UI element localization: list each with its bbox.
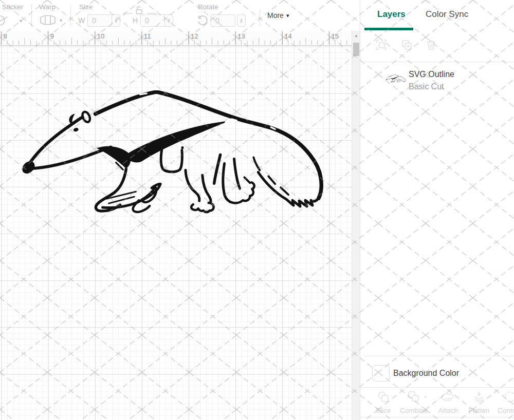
layer-thumbnail (386, 74, 406, 83)
edit-toolbar: Sticker ▾ Warp ▾ Size W (0, 0, 360, 31)
panel-divider (360, 387, 514, 388)
sticker-offset-icon[interactable] (0, 14, 8, 27)
svg-text:10: 10 (97, 32, 104, 40)
chevron-down-icon[interactable]: ▾ (60, 17, 62, 23)
vertical-scrollbar[interactable]: ▲ (352, 31, 360, 420)
warp-label: Warp (39, 3, 56, 11)
width-label: W (78, 16, 85, 25)
horizontal-ruler: 89101112131415 (0, 31, 352, 46)
svg-text:14: 14 (284, 32, 291, 40)
design-app: Sticker ▾ Warp ▾ Size W (0, 0, 514, 420)
height-stepper[interactable]: ▲ ▼ (164, 15, 173, 26)
height-label: H (133, 16, 138, 25)
design-canvas[interactable] (0, 46, 352, 420)
svg-text:11: 11 (144, 32, 151, 40)
svg-text:13: 13 (237, 32, 245, 40)
warp-mesh-icon[interactable] (39, 14, 57, 26)
rotate-label: Rotate (198, 3, 218, 11)
chevron-down-icon: ▾ (286, 12, 289, 19)
scroll-up-arrow[interactable]: ▲ (352, 31, 360, 40)
chevron-down-icon[interactable]: ▾ (20, 18, 22, 24)
rotate-input-group (211, 14, 235, 27)
canvas-grid (0, 46, 352, 420)
rotate-ccw-icon[interactable] (197, 15, 208, 26)
toolbar-divider (70, 5, 71, 26)
width-input-group: ▲ ▼ (87, 14, 120, 27)
height-input[interactable] (141, 16, 164, 25)
width-stepper[interactable]: ▲ ▼ (112, 15, 120, 26)
duplicate-icon[interactable] (400, 39, 413, 51)
stepper-down-icon[interactable]: ▼ (240, 21, 243, 24)
stepper-down-icon[interactable]: ▼ (115, 21, 118, 24)
more-label: More (267, 11, 284, 20)
width-input[interactable] (88, 16, 112, 25)
flatten-icon (472, 390, 486, 404)
chevron-down-icon[interactable]: ▾ (424, 394, 427, 399)
size-label: Size (79, 3, 93, 11)
combine-icon: ▾ (407, 390, 420, 404)
delete-icon[interactable] (425, 39, 437, 51)
rotate-input[interactable] (211, 16, 235, 25)
tab-layers[interactable]: Layers (374, 9, 409, 20)
svg-text:8: 8 (4, 32, 7, 40)
layer-row[interactable]: SVG Outline Basic Cut (360, 65, 514, 95)
rotate-stepper[interactable]: ▲ ▼ (237, 14, 246, 27)
attach-paperclip-icon (440, 390, 456, 404)
select-all-icon[interactable] (375, 39, 388, 51)
toolbar-divider (260, 10, 260, 26)
background-color-swatch[interactable] (372, 365, 390, 381)
toolbar-divider (31, 5, 32, 26)
layers-panel: Layers Color Sync (360, 0, 514, 420)
contour-dashed-circle-icon (503, 390, 514, 404)
layer-name: SVG Outline (409, 70, 454, 79)
active-tab-underline (364, 28, 413, 30)
svg-text:9: 9 (50, 32, 54, 40)
height-input-group: ▲ ▼ (140, 14, 173, 27)
tab-color-sync[interactable]: Color Sync (423, 9, 471, 20)
stepper-down-icon[interactable]: ▼ (167, 21, 170, 24)
panel-divider (364, 62, 514, 62)
ruler-ticks: 89101112131415 (0, 31, 352, 45)
contour-label: Contour (489, 407, 514, 414)
scrollbar-thumb[interactable] (353, 43, 359, 56)
svg-text:15: 15 (331, 32, 338, 40)
contour-button[interactable]: Contour (489, 390, 514, 414)
slice-icon (377, 390, 390, 404)
panel-divider (360, 417, 514, 417)
background-color-label: Background Color (393, 369, 459, 378)
panel-divider (364, 356, 514, 356)
sticker-label: Sticker (2, 3, 23, 11)
more-button[interactable]: More ▾ (264, 11, 292, 20)
svg-text:12: 12 (191, 32, 198, 40)
layer-type: Basic Cut (409, 82, 444, 91)
